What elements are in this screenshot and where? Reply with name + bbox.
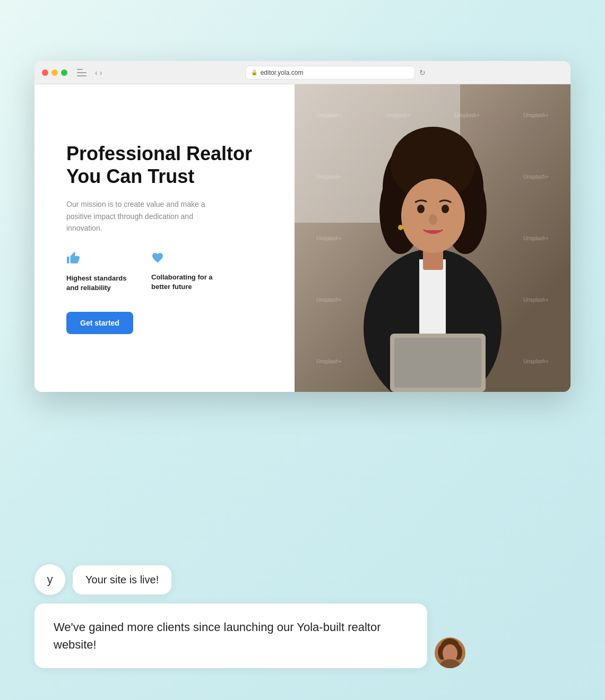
lock-icon: 🔒	[251, 69, 257, 75]
feature-item-2: Collaborating for a better future	[151, 251, 220, 293]
chat-message-row-1: y Your site is live!	[34, 564, 571, 595]
website-content: Professional Realtor You Can Trust Our m…	[34, 84, 571, 392]
feature-item-1: Highest standards and reliability	[66, 251, 135, 293]
svg-rect-14	[394, 338, 481, 388]
svg-point-11	[429, 214, 437, 225]
sidebar-icon	[77, 69, 87, 76]
sidebar-toggle[interactable]	[77, 69, 87, 76]
minimize-button[interactable]	[51, 69, 58, 76]
yola-message-bubble: Your site is live!	[73, 565, 171, 594]
nav-arrows: ‹ ›	[95, 69, 102, 76]
hero-left: Professional Realtor You Can Trust Our m…	[34, 84, 295, 392]
browser-toolbar: ‹ › 🔒 editor.yola.com ↻	[34, 61, 571, 84]
url-text: editor.yola.com	[261, 69, 304, 76]
reload-button[interactable]: ↻	[419, 68, 426, 77]
traffic-lights	[42, 69, 67, 76]
close-button[interactable]	[42, 69, 48, 76]
user-message-text: We've gained more clients since launchin…	[54, 620, 381, 651]
person-illustration	[332, 106, 533, 392]
feature-label-1: Highest standards and reliability	[66, 274, 135, 293]
back-arrow[interactable]: ‹	[95, 69, 98, 76]
hero-description: Our mission is to create value and make …	[66, 198, 226, 234]
browser-window: ‹ › 🔒 editor.yola.com ↻ Professional Rea…	[34, 61, 571, 392]
svg-point-12	[398, 225, 403, 230]
thumbs-up-icon	[66, 251, 135, 268]
user-message-bubble: We've gained more clients since launchin…	[34, 603, 427, 668]
address-bar[interactable]: 🔒 editor.yola.com	[245, 66, 415, 80]
get-started-button[interactable]: Get started	[66, 312, 133, 334]
hero-right: Unsplash+ Unsplash+ Unsplash+ Unsplash+ …	[295, 84, 571, 392]
yola-avatar: y	[34, 564, 65, 595]
svg-point-9	[417, 205, 425, 213]
user-avatar	[435, 637, 465, 668]
maximize-button[interactable]	[61, 69, 67, 76]
features-row: Highest standards and reliability Collab…	[66, 251, 268, 293]
forward-arrow[interactable]: ›	[100, 69, 102, 76]
heart-icon	[151, 251, 220, 267]
yola-message-text: Your site is live!	[85, 574, 159, 585]
svg-point-10	[442, 205, 449, 213]
yola-avatar-letter: y	[47, 573, 53, 587]
feature-label-2: Collaborating for a better future	[151, 273, 220, 292]
chat-section: y Your site is live! We've gained more c…	[34, 564, 571, 668]
chat-message-row-2: We've gained more clients since launchin…	[34, 603, 571, 668]
person-photo: Unsplash+ Unsplash+ Unsplash+ Unsplash+ …	[295, 84, 571, 392]
address-bar-container: 🔒 editor.yola.com ↻	[107, 66, 563, 80]
hero-title: Professional Realtor You Can Trust	[66, 142, 268, 188]
user-avatar-image	[435, 637, 465, 668]
